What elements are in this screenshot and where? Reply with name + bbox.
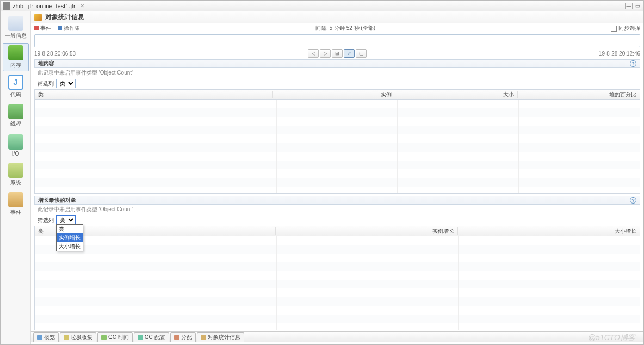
- tab-label: 分配: [181, 334, 192, 341]
- section1-header: 堆内容 ?: [34, 59, 640, 68]
- overview-icon: [37, 335, 42, 340]
- sync-checkbox[interactable]: 同步选择: [611, 24, 640, 32]
- dropdown-option[interactable]: 类: [57, 225, 83, 233]
- objstat-icon: [201, 335, 206, 340]
- window-min-button[interactable]: —: [625, 3, 633, 9]
- sidebar-item-events[interactable]: 事件: [3, 190, 29, 218]
- timeline[interactable]: [34, 34, 640, 47]
- threads-icon: [8, 104, 23, 119]
- section2-subtitle: 此记录中未启用事件类型 'Object Count': [34, 205, 640, 214]
- tab-gcconf[interactable]: GC 配置: [134, 332, 169, 342]
- gc-icon: [64, 335, 69, 340]
- tab-alloc[interactable]: 分配: [170, 332, 196, 342]
- sidebar-item-memory[interactable]: 内存: [3, 43, 29, 71]
- tab-gctime[interactable]: GC 时间: [97, 332, 133, 342]
- sidebar-item-label: 线程: [10, 120, 21, 128]
- table1: 类 实例 大小 堆的百分比: [34, 89, 640, 194]
- sidebar-item-label: 系统: [10, 179, 21, 187]
- tab-label: 垃圾收集: [71, 334, 92, 341]
- zoom-btn-2[interactable]: ▷: [320, 49, 331, 58]
- opset-dot-icon: [58, 26, 62, 30]
- chart-icon: [8, 16, 23, 31]
- zoom-btn-3[interactable]: ⊞: [332, 49, 343, 58]
- event-dot-icon: [34, 26, 39, 30]
- th-class[interactable]: 类: [35, 91, 273, 98]
- tab-overview[interactable]: 概览: [33, 332, 59, 342]
- sidebar-item-io[interactable]: I/O: [3, 131, 29, 159]
- tab-objstat[interactable]: 对象统计信息: [197, 332, 244, 342]
- tab-label: GC 时间: [108, 334, 129, 341]
- th-size[interactable]: 大小: [395, 91, 518, 98]
- th-percent[interactable]: 堆的百分比: [518, 91, 640, 98]
- window-titlebar: zhibi_jfr_online_test1.jfr ✕ — ▭: [1, 1, 643, 11]
- section1-subtitle: 此记录中未启用事件类型 'Object Count': [34, 68, 640, 78]
- gctime-icon: [101, 335, 107, 340]
- time-end: 19-8-28 20:12:46: [599, 51, 640, 57]
- memory-icon: [8, 45, 23, 60]
- gcconf-icon: [138, 335, 143, 340]
- sidebar-item-general[interactable]: 一般信息: [3, 14, 29, 42]
- zoom-group: ◁ ▷ ⊞ ⤢ ▢: [308, 49, 367, 58]
- zoom-btn-5[interactable]: ▢: [356, 49, 367, 58]
- bottom-tabs: 概览 垃圾收集 GC 时间 GC 配置 分配 对象统计信息: [31, 331, 643, 342]
- zoom-btn-1[interactable]: ◁: [308, 49, 319, 58]
- section2-title: 增长最快的对象: [38, 196, 76, 204]
- sync-label: 同步选择: [618, 24, 640, 32]
- sidebar-item-label: 代码: [10, 91, 21, 98]
- range-label: 间隔: 5 分钟 52 秒 (全部): [315, 24, 375, 32]
- th2-inst-growth[interactable]: 实例增长: [276, 227, 458, 235]
- filter2-select[interactable]: 类: [56, 215, 76, 225]
- sidebar-item-threads[interactable]: 线程: [3, 102, 29, 130]
- event-chip[interactable]: 事件: [34, 24, 51, 32]
- filter2-dropdown[interactable]: 类 实例增长 大小增长: [56, 224, 83, 251]
- sidebar-item-code[interactable]: J代码: [3, 72, 29, 101]
- help-icon[interactable]: ?: [630, 197, 636, 204]
- tab-close-icon[interactable]: ✕: [80, 3, 84, 9]
- page-icon: [34, 14, 42, 21]
- io-icon: [8, 134, 23, 150]
- tab-label: 对象统计信息: [208, 334, 240, 341]
- sidebar-item-system[interactable]: 系统: [3, 161, 29, 189]
- sidebar: 一般信息 内存 J代码 线程 I/O 系统 事件: [1, 11, 31, 344]
- table2-body: [35, 236, 640, 330]
- opset-label: 操作集: [64, 24, 80, 32]
- tab-label: GC 配置: [145, 334, 165, 341]
- section2-header: 增长最快的对象 ?: [34, 196, 640, 205]
- file-icon: [3, 2, 10, 10]
- checkbox-icon: [611, 26, 617, 32]
- code-icon: J: [8, 75, 23, 90]
- table1-body: [35, 100, 640, 193]
- event-label: 事件: [40, 24, 51, 32]
- sidebar-item-label: I/O: [12, 151, 19, 157]
- alloc-icon: [174, 335, 179, 340]
- opset-chip[interactable]: 操作集: [58, 24, 80, 32]
- help-icon[interactable]: ?: [630, 60, 636, 67]
- dropdown-option-selected[interactable]: 实例增长: [57, 233, 83, 242]
- th2-size-growth[interactable]: 大小增长: [458, 227, 640, 235]
- filter1-label: 筛选列: [38, 80, 54, 88]
- sidebar-item-label: 内存: [10, 61, 21, 69]
- window-max-button[interactable]: ▭: [634, 3, 641, 9]
- tab-gc[interactable]: 垃圾收集: [60, 332, 96, 342]
- tab-label: 概览: [44, 334, 55, 341]
- filter2-label: 筛选列: [38, 217, 54, 224]
- sidebar-item-label: 事件: [10, 208, 21, 216]
- page-header: 对象统计信息: [31, 11, 643, 23]
- table2: 类 实例增长 大小增长: [34, 226, 640, 330]
- dropdown-option[interactable]: 大小增长: [57, 242, 83, 251]
- zoom-btn-4[interactable]: ⤢: [344, 49, 355, 58]
- th-instances[interactable]: 实例: [273, 91, 395, 98]
- time-start: 19-8-28 20:06:53: [34, 51, 76, 57]
- events-icon: [8, 192, 23, 207]
- system-icon: [8, 163, 23, 178]
- window-title: zhibi_jfr_online_test1.jfr: [13, 3, 76, 9]
- section1-title: 堆内容: [38, 60, 54, 67]
- filter1-select[interactable]: 类: [56, 79, 76, 88]
- page-title: 对象统计信息: [45, 13, 84, 22]
- sidebar-item-label: 一般信息: [5, 32, 27, 40]
